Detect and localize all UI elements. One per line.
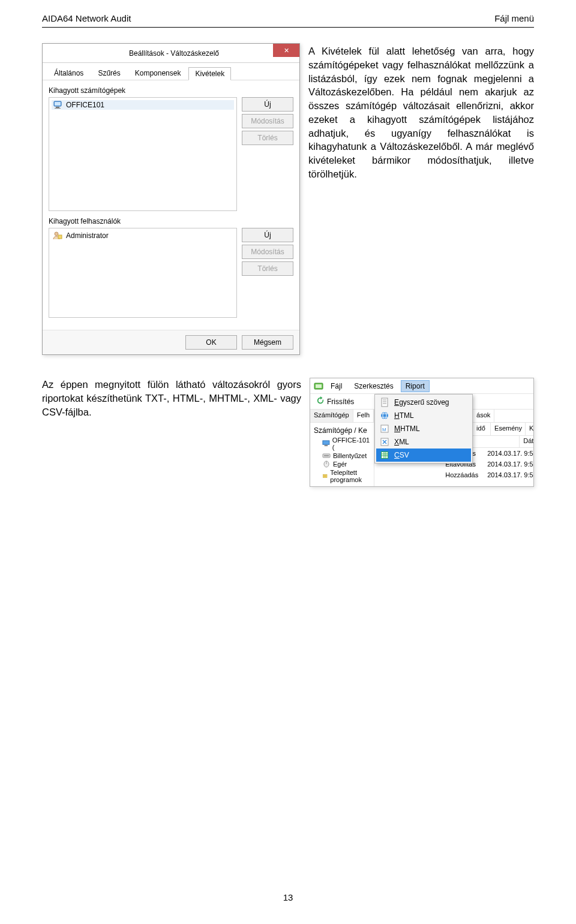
paragraph-2: Az éppen megnyitott fülön látható változ… [42, 378, 301, 419]
tree-header: Számítógép / Ke [314, 425, 370, 436]
dropdown-label: XML [394, 438, 409, 446]
svg-rect-16 [324, 476, 326, 477]
tree-item-pc[interactable]: OFFICE-101 ( [314, 436, 370, 452]
left-panel: Számítógép Felh Számítógép / Ke OFFICE-1… [310, 410, 374, 486]
dialog-title: Beállítások - Változáskezelő [49, 49, 299, 58]
new-user-button[interactable]: Új [242, 228, 293, 242]
svg-rect-1 [55, 102, 61, 106]
refresh-label: Frissítés [327, 398, 354, 406]
menubar: Fájl Szerkesztés Riport [310, 378, 533, 394]
delete-computer-button[interactable]: Törlés [242, 131, 293, 145]
dropdown-item-csv[interactable]: CSV [376, 449, 471, 462]
list-item-label: Administrator [66, 231, 109, 240]
html-icon [380, 411, 389, 420]
menu-report[interactable]: Riport [401, 380, 430, 392]
close-icon: ✕ [284, 47, 289, 55]
xml-icon [380, 437, 389, 447]
csv-icon [380, 450, 389, 460]
computer-icon [53, 101, 62, 109]
section-users-label: Kihagyott felhasználók [49, 217, 293, 225]
dropdown-item-xml[interactable]: XML [376, 435, 471, 449]
mouse-icon [322, 461, 331, 468]
svg-rect-15 [324, 475, 326, 476]
text-file-icon [380, 398, 389, 407]
header-left: AIDA64 Network Audit [42, 13, 131, 23]
list-item[interactable]: Administrator [52, 231, 234, 240]
dropdown-item-mhtml[interactable]: M MHTML [376, 422, 471, 435]
right-panel: Egyszerű szöveg HTML M MHTM [374, 410, 534, 486]
header-right: Fájl menü [494, 13, 534, 23]
delete-user-button[interactable]: Törlés [242, 261, 293, 276]
page-number: 13 [0, 892, 576, 902]
svg-rect-17 [382, 398, 388, 407]
computer-icon [322, 440, 330, 447]
svg-rect-27 [382, 452, 388, 458]
table-row[interactable]: Hozzáadás2014.03.17. 9:52:00 [380, 469, 534, 480]
dialog-tabs: Általános Szűrés Komponensek Kivételek [43, 63, 299, 80]
svg-text:M: M [382, 427, 386, 432]
edit-computer-button[interactable]: Módosítás [242, 114, 293, 128]
user-icon [53, 231, 62, 240]
tab-filter[interactable]: Szűrés [91, 67, 127, 80]
svg-rect-5 [58, 235, 62, 239]
svg-rect-7 [316, 384, 322, 388]
svg-rect-3 [55, 108, 61, 109]
svg-rect-9 [325, 445, 328, 446]
dropdown-label: Egyszerű szöveg [394, 398, 449, 407]
dropdown-label: HTML [394, 411, 414, 420]
tree-item-keyboard[interactable]: Billentyűzet [314, 452, 370, 460]
dropdown-label: CSV [394, 451, 409, 459]
list-item[interactable]: OFFICE101 [52, 100, 234, 110]
svg-rect-8 [323, 441, 329, 444]
tree-item-programs[interactable]: Telepített programok [314, 468, 370, 484]
tree-item-mouse[interactable]: Egér [314, 460, 370, 468]
tree: Számítógép / Ke OFFICE-101 ( [310, 423, 374, 486]
cancel-button[interactable]: Mégsem [242, 335, 293, 350]
menu-file[interactable]: Fájl [326, 380, 347, 392]
refresh-button[interactable]: Frissítés [314, 395, 356, 408]
left-tab-user[interactable]: Felh [353, 410, 374, 422]
close-button[interactable]: ✕ [273, 44, 299, 57]
svg-rect-2 [56, 107, 59, 108]
tab-exceptions[interactable]: Kivételek [188, 67, 231, 80]
computers-listbox[interactable]: OFFICE101 [49, 97, 237, 211]
programs-icon [322, 472, 328, 480]
settings-dialog: Beállítások - Változáskezelő ✕ Általános… [42, 43, 300, 355]
ok-button[interactable]: OK [185, 335, 237, 350]
dialog-titlebar: Beállítások - Változáskezelő ✕ [43, 44, 299, 63]
app-window: Fájl Szerkesztés Riport Frissítés Számít… [310, 378, 534, 487]
new-computer-button[interactable]: Új [242, 97, 293, 112]
menu-edit[interactable]: Szerkesztés [349, 380, 398, 392]
app-icon [314, 381, 323, 391]
edit-user-button[interactable]: Módosítás [242, 245, 293, 259]
dropdown-label: MHTML [394, 425, 420, 433]
list-item-label: OFFICE101 [66, 101, 104, 109]
tab-general[interactable]: Általános [47, 67, 90, 80]
left-tab-computer[interactable]: Számítógép [310, 410, 353, 422]
svg-point-21 [381, 412, 388, 419]
section-computers-label: Kihagyott számítógépek [49, 86, 293, 95]
users-listbox[interactable]: Administrator [49, 228, 237, 318]
refresh-icon [316, 396, 325, 407]
paragraph-1: A Kivételek fül alatt lehetőség van arra… [308, 43, 534, 181]
mhtml-icon: M [380, 424, 389, 434]
dropdown-item-html[interactable]: HTML [376, 409, 471, 422]
report-dropdown: Egyszerű szöveg HTML M MHTM [374, 394, 473, 463]
svg-point-4 [55, 232, 58, 236]
tab-components[interactable]: Komponensek [128, 67, 188, 80]
page-header: AIDA64 Network Audit Fájl menü [0, 0, 576, 26]
keyboard-icon [322, 452, 331, 459]
dialog-footer: OK Mégsem [43, 330, 299, 354]
dropdown-item-text[interactable]: Egyszerű szöveg [376, 396, 471, 409]
svg-rect-11 [324, 455, 329, 456]
